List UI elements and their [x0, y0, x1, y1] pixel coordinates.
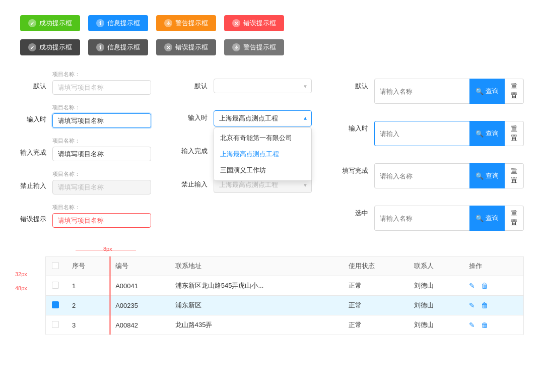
warning-alert-btn[interactable]: ⚠ 警告提示框 [156, 15, 216, 31]
form-row-search-active: 输入时 🔍 查询 重置 [342, 113, 524, 146]
reset-button-selected[interactable]: 重置 [505, 206, 524, 231]
search-icon-4: 🔍 [475, 215, 484, 222]
row-1-checkbox-cell [46, 276, 66, 296]
form-row-search-default: 默认 🔍 查询 重置 [342, 71, 524, 104]
col-contact: 联系人 [408, 256, 463, 276]
dropdown-item-2[interactable]: 三国演义工作坊 [214, 162, 312, 178]
form-col-3: 默认 🔍 查询 重置 输入时 [342, 71, 524, 231]
input-filled[interactable] [52, 147, 151, 161]
dark-warning-alert-btn[interactable]: ✕ 错误提示框 [156, 39, 216, 55]
header-checkbox[interactable] [52, 262, 59, 269]
field-title-search-default [374, 71, 524, 77]
table-row-selected: 2 A00235 浦东新区 正常 刘德山 ✎ 🗑 [46, 296, 523, 315]
reset-button-filled[interactable]: 重置 [505, 163, 524, 188]
dark-info-alert-btn[interactable]: ℹ 信息提示框 [88, 39, 148, 55]
dark-success-alert-btn[interactable]: ✓ 成功提示框 [20, 39, 80, 55]
form-field-search-filled: 🔍 查询 重置 [374, 155, 524, 188]
annotation-line-8px [76, 250, 136, 250]
input-default[interactable] [52, 80, 151, 95]
field-title-filled: 项目名称： [52, 137, 151, 145]
select-default[interactable] [214, 79, 312, 93]
row-3-checkbox-cell [46, 315, 66, 335]
row-2-checkbox-cell [46, 296, 66, 315]
field-title-error: 项目名称： [52, 204, 151, 211]
label-search-selected: 选中 [342, 198, 368, 218]
form-field-filled: 项目名称： [52, 137, 151, 161]
reset-button-default[interactable]: 重置 [505, 79, 524, 104]
form-row-filled: 输入完成 项目名称： [20, 137, 151, 161]
row-2-checkbox[interactable] [52, 301, 59, 308]
error-icon: ✕ [232, 19, 240, 27]
label-disabled: 禁止输入 [20, 170, 46, 190]
search-button-active[interactable]: 🔍 查询 [469, 121, 505, 146]
search-group-active: 🔍 查询 重置 [374, 121, 524, 146]
field-title-search-selected [374, 198, 524, 204]
search-group-selected: 🔍 查询 重置 [374, 206, 524, 231]
col-index: 序号 [66, 256, 109, 276]
success-alert-btn[interactable]: ✓ 成功提示框 [20, 15, 80, 31]
form-field-error: 项目名称： [52, 204, 151, 228]
row-3-contact: 刘德山 [408, 315, 463, 335]
form-field-default: 项目名称： [52, 71, 151, 95]
row-1-edit-icon[interactable]: ✎ [469, 282, 475, 290]
form-field-search-selected: 🔍 查询 重置 [374, 198, 524, 231]
info-alert-btn[interactable]: ℹ 信息提示框 [88, 15, 148, 31]
row-1-index: 1 [66, 276, 109, 296]
row-1-delete-icon[interactable]: 🗑 [481, 282, 488, 290]
search-button-selected[interactable]: 🔍 查询 [469, 206, 505, 231]
form-row-select-active: 输入时 上海最高点测点工程 ▼ 北京有奇能第一有限公司 上海最高点测点工程 [181, 102, 312, 126]
row-2-actions: ✎ 🗑 [463, 296, 523, 315]
input-active[interactable] [52, 113, 151, 128]
form-field-disabled: 项目名称： [52, 170, 151, 194]
select-active[interactable]: 上海最高点测点工程 [214, 110, 312, 126]
page-container: ✓ 成功提示框 ℹ 信息提示框 ⚠ 警告提示框 ✕ 错误提示框 ✓ 成功提示框 … [0, 0, 544, 392]
form-row-select-default: 默认 ▼ [181, 71, 312, 93]
row-1-checkbox[interactable] [52, 282, 59, 289]
col-checkbox [46, 256, 66, 276]
row-3-index: 3 [66, 315, 109, 335]
search-input-selected[interactable] [374, 206, 469, 231]
search-input-default[interactable] [374, 79, 469, 104]
input-error[interactable] [52, 213, 151, 228]
form-field-search-active: 🔍 查询 重置 [374, 113, 524, 146]
form-row-search-filled: 填写完成 🔍 查询 重置 [342, 155, 524, 188]
field-title-disabled: 项目名称： [52, 170, 151, 178]
row-2-delete-icon[interactable]: 🗑 [481, 301, 488, 309]
search-input-filled[interactable] [374, 163, 469, 188]
alert-row-1: ✓ 成功提示框 ℹ 信息提示框 ⚠ 警告提示框 ✕ 错误提示框 [20, 15, 524, 31]
dropdown-item-0[interactable]: 北京有奇能第一有限公司 [214, 130, 312, 146]
search-icon: 🔍 [475, 88, 484, 95]
label-select-default: 默认 [181, 71, 208, 91]
row-1-contact: 刘德山 [408, 276, 463, 296]
reset-button-active[interactable]: 重置 [505, 121, 524, 146]
table-row-3: 3 A00842 龙山路435弄 正常 刘德山 ✎ 🗑 [46, 315, 523, 335]
dark-error-alert-btn[interactable]: ⚠ 警告提示框 [224, 39, 284, 55]
form-field-search-default: 🔍 查询 重置 [374, 71, 524, 104]
row-3-delete-icon[interactable]: 🗑 [481, 321, 488, 329]
dropdown-wrapper: 上海最高点测点工程 ▼ 北京有奇能第一有限公司 上海最高点测点工程 三国演义工作… [214, 110, 312, 126]
dark-error-icon: ⚠ [232, 43, 240, 51]
search-input-active[interactable] [374, 121, 469, 146]
search-icon-3: 🔍 [475, 172, 484, 180]
annotation-8px: 8px [103, 246, 112, 252]
row-3-actions: ✎ 🗑 [463, 315, 523, 335]
col-action: 操作 [463, 256, 523, 276]
dropdown-item-1[interactable]: 上海最高点测点工程 [214, 146, 312, 162]
search-button-filled[interactable]: 🔍 查询 [469, 163, 505, 188]
search-group-filled: 🔍 查询 重置 [374, 163, 524, 188]
search-button-default[interactable]: 🔍 查询 [469, 79, 505, 104]
search-group-default: 🔍 查询 重置 [374, 79, 524, 104]
warning-icon: ⚠ [164, 19, 172, 27]
form-col-1: 默认 项目名称： 输入时 项目名称： 输入完成 项目名称： [20, 71, 151, 231]
error-alert-btn[interactable]: ✕ 错误提示框 [224, 15, 284, 31]
field-title-search-active [374, 113, 524, 119]
col-status: 使用状态 [343, 256, 409, 276]
form-col-2: 默认 ▼ 输入时 [181, 71, 312, 231]
row-3-checkbox[interactable] [52, 321, 59, 328]
select-wrapper-default: ▼ [214, 79, 312, 93]
row-2-code: A00235 [109, 296, 169, 315]
row-3-edit-icon[interactable]: ✎ [469, 321, 475, 329]
label-select-filled: 输入完成 [181, 136, 208, 156]
dark-success-icon: ✓ [28, 43, 36, 51]
row-2-edit-icon[interactable]: ✎ [469, 301, 475, 309]
